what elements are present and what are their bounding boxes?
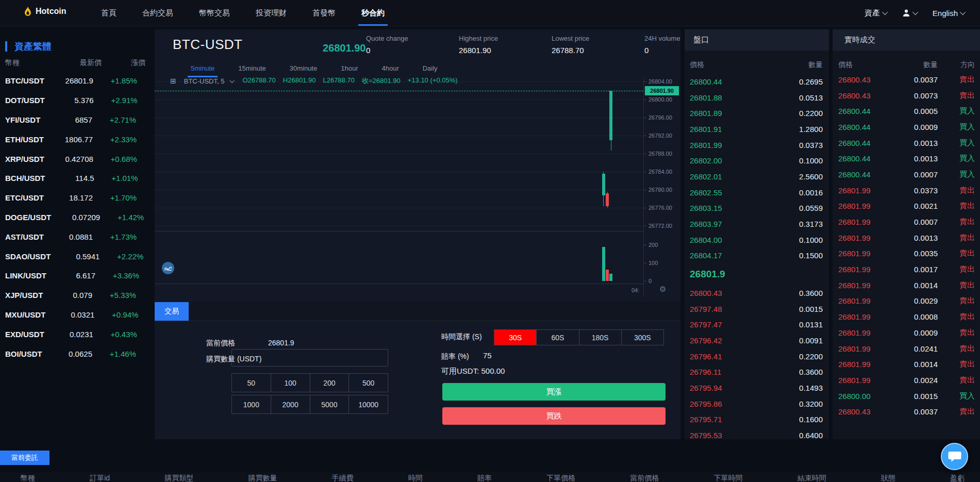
ask-row[interactable]: 26802.550.0016 [685,185,829,201]
orderbook-column-headers: 價格 數量 [685,60,829,70]
market-list-item[interactable]: DOGE/USDT 0.07209 +1.42% [0,208,140,227]
odds-label: 賠率 (%) [441,352,469,361]
time-axis-label: 04: [632,287,639,293]
orderbook-last-price: 26801.9 [690,269,725,280]
market-list-item[interactable]: XRP/USDT 0.42708 +0.68% [0,149,140,169]
quick-amount-button[interactable]: 50 [232,374,271,392]
timeframe-tab[interactable]: Daily [422,61,439,75]
logo[interactable]: Hotcoin [24,6,67,16]
stat-block: Highest price 26801.90 [459,35,552,55]
bid-row[interactable]: 26795.530.6400 [685,427,829,439]
trade-row: 26801.99 0.0009 賣出 [833,325,980,341]
market-list-item[interactable]: DOT/USDT 5.376 +2.91% [0,91,140,110]
bid-row[interactable]: 26797.480.0015 [685,301,829,317]
language-dropdown[interactable]: English [933,9,966,18]
buy-down-button[interactable]: 買跌 [442,407,666,425]
market-list-item[interactable]: LINK/USDT 6.617 +3.36% [0,266,140,286]
quick-amount-button[interactable]: 10000 [349,395,388,413]
ask-row[interactable]: 26801.911.2800 [685,121,829,137]
layout-grid-icon[interactable]: ⊞ [170,77,176,85]
nav-item[interactable]: 幣幣交易 [198,1,231,26]
bid-row[interactable]: 26795.940.1493 [685,380,829,396]
nav-item[interactable]: 首發幣 [311,1,337,26]
stat-block: Lowest price 26788.70 [552,35,644,55]
nav-item[interactable]: 投资理财 [255,1,288,26]
chat-button[interactable] [941,443,968,470]
ask-row[interactable]: 26804.000.1000 [685,232,829,248]
time-option-button[interactable]: 30S [494,330,536,345]
ask-row[interactable]: 26803.150.0559 [685,201,829,217]
ask-row[interactable]: 26801.880.0513 [685,90,829,106]
open-orders-button[interactable]: 當前委託 [0,451,49,465]
candlestick-chart[interactable]: 04: [155,77,643,296]
ask-row[interactable]: 26802.012.5600 [685,169,829,185]
nav-item[interactable]: 合約交易 [141,1,174,26]
market-list-item[interactable]: ETC/USDT 18.172 +1.70% [0,188,140,208]
quick-amount-button[interactable]: 1000 [232,395,271,413]
market-list-item[interactable]: AST/USDT 0.0881 +1.73% [0,227,140,246]
ask-row[interactable]: 26801.890.2200 [685,105,829,121]
time-option-button[interactable]: 180S [579,330,621,345]
stat-block: Quote change 0 [366,35,459,55]
market-list-item[interactable]: MXU/USDT 0.0321 +0.94% [0,305,140,325]
bid-row[interactable]: 26795.860.3200 [685,396,829,412]
live-trades-list: 26800.43 0.0037 賣出 26800.43 0.0073 賣出 26… [833,72,980,420]
quick-amount-button[interactable]: 2000 [271,395,310,413]
ask-row[interactable]: 26802.000.1000 [685,153,829,169]
time-option-button[interactable]: 60S [537,330,578,345]
chart-watermark-icon[interactable] [162,262,174,274]
live-trades-panel: 實時成交 價格 數量 方向 26800.43 0.0037 賣出 26800.4… [833,29,980,439]
bid-row[interactable]: 26800.430.3600 [685,285,829,301]
market-list-item[interactable]: YFI/USDT 6857 +2.71% [0,110,140,130]
logo-text: Hotcoin [36,7,67,16]
live-trades-title: 實時成交 [833,29,980,51]
ask-row[interactable]: 26803.970.3173 [685,216,829,232]
nav-item[interactable]: 秒合約 [360,1,386,26]
time-option-button[interactable]: 300S [622,330,663,345]
timeframe-tab[interactable]: 30minute [289,61,318,75]
chart-settings-gear-icon[interactable]: ⚙ [659,285,666,294]
assets-dropdown[interactable]: 資產 [865,8,888,18]
bid-row[interactable]: 26796.410.2200 [685,348,829,364]
bid-row[interactable]: 26797.470.0131 [685,317,829,333]
quick-amounts-row2: 10002000500010000 [231,395,388,414]
ask-row[interactable]: 26800.440.2695 [685,74,829,90]
market-list-item[interactable]: BCH/USDT 114.5 +1.01% [0,169,140,188]
quick-amount-button[interactable]: 500 [349,374,388,392]
timeframe-tab[interactable]: 4hour [380,61,400,75]
symbol-price: 26801.90 [323,42,366,54]
market-list-item[interactable]: EXD/USDT 0.0231 +0.43% [0,324,140,344]
trade-tab[interactable]: 交易 [155,302,189,321]
available-balance: 可用USDT: 500.00 [441,367,505,376]
ask-row[interactable]: 26804.170.1500 [685,248,829,264]
timeframe-tab[interactable]: 15minute [237,61,267,75]
nav-item[interactable]: 首頁 [100,1,118,26]
chart-symbol-label[interactable]: BTC-USDT, 5 [184,77,235,85]
quick-amount-button[interactable]: 200 [310,374,349,392]
market-list-item[interactable]: ETH/USDT 1806.77 +2.33% [0,129,140,149]
market-list-item[interactable]: XJP/USDT 0.079 +5.33% [0,286,140,305]
quick-amount-button[interactable]: 100 [271,374,310,392]
bid-row[interactable]: 26795.710.1600 [685,412,829,428]
trade-row: 26800.44 0.0013 買入 [833,135,980,151]
current-price-label: 當前價格 [206,339,235,348]
orders-table-header: 當前價格 [630,474,659,482]
amount-input[interactable] [231,349,388,367]
trade-row: 26801.99 0.0017 賣出 [833,261,980,277]
time-options: 30S 60S 180S 300S [494,329,664,345]
market-list-item[interactable]: SDAO/USDT 0.5941 +2.22% [0,246,140,266]
trade-row: 26801.99 0.0024 賣出 [833,372,980,388]
market-list-item[interactable]: BOI/USDT 0.0625 +1.46% [0,344,140,363]
timeframe-tab[interactable]: 1hour [340,61,359,75]
timeframe-tab[interactable]: 5minute [190,61,215,75]
bid-row[interactable]: 26796.420.0091 [685,333,829,348]
market-list-item[interactable]: BTC/USDT 26801.9 +1.85% [0,71,140,91]
buy-up-button[interactable]: 買漲 [442,383,666,401]
ask-row[interactable]: 26801.990.0373 [685,137,829,153]
current-price-value: 26801.9 [268,339,294,347]
account-dropdown[interactable] [902,9,918,17]
live-trades-column-headers: 價格 數量 方向 [833,60,980,70]
quick-amount-button[interactable]: 5000 [310,395,349,413]
trade-row: 26800.44 0.0007 買入 [833,167,980,182]
bid-row[interactable]: 26796.110.3600 [685,364,829,380]
